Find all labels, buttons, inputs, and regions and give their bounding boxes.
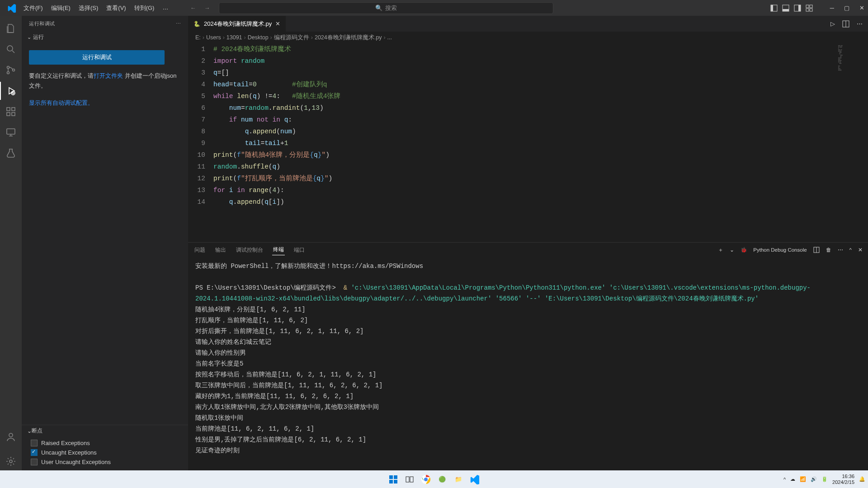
breakpoints-section[interactable]: ⌄ 断点	[22, 425, 188, 436]
close-panel-icon[interactable]: ✕	[858, 247, 863, 253]
tray-expand-icon[interactable]: ^	[783, 477, 786, 482]
file-explorer-icon[interactable]: 📁	[452, 473, 465, 486]
toggle-primary-sidebar-icon[interactable]	[770, 5, 778, 12]
start-menu-icon[interactable]	[387, 473, 400, 486]
sidebar-run-debug: 运行和调试 ⋯ ⌄ 运行 运行和调试 要自定义运行和调试，请打开文件夹 并创建一…	[22, 16, 188, 470]
terminal-content[interactable]: 安装最新的 PowerShell，了解新功能和改进！https://aka.ms…	[188, 257, 868, 470]
task-view-icon[interactable]	[403, 473, 416, 486]
tray-clock[interactable]: 16:362024/2/15	[832, 474, 854, 485]
panel-more-icon[interactable]: ⋯	[838, 247, 843, 253]
nav-back-icon[interactable]: ←	[190, 5, 196, 11]
breadcrumb-segment[interactable]: E:	[195, 34, 201, 41]
svg-rect-19	[12, 108, 15, 111]
search-activity-icon[interactable]	[0, 40, 22, 58]
breadcrumb-segment[interactable]: 编程源码文件	[274, 34, 309, 42]
svg-rect-31	[406, 477, 409, 482]
window-maximize-icon[interactable]: ▢	[844, 5, 849, 11]
breakpoint-label: Uncaught Exceptions	[41, 449, 97, 456]
customize-layout-icon[interactable]	[806, 5, 813, 12]
tray-battery-icon[interactable]: 🔋	[821, 476, 828, 482]
remote-explorer-icon[interactable]	[0, 123, 22, 141]
checkbox[interactable]	[31, 449, 38, 456]
tray-notifications-icon[interactable]: 🔔	[859, 476, 865, 482]
split-editor-icon[interactable]	[842, 20, 849, 28]
terminal-profile-label[interactable]: Python Debug Console	[753, 247, 807, 253]
toggle-secondary-sidebar-icon[interactable]	[794, 5, 801, 12]
accounts-icon[interactable]	[0, 428, 22, 446]
minimap[interactable]: ████ █████ █████████ ████████ ████ ██ ██…	[836, 43, 868, 242]
breakpoint-item[interactable]: Uncaught Exceptions	[31, 448, 183, 457]
search-icon: 🔍	[375, 5, 382, 11]
chevron-down-icon: ⌄	[27, 428, 32, 434]
panel-tab-problems[interactable]: 问题	[193, 245, 206, 255]
menu-file[interactable]: 文件(F)	[20, 2, 47, 14]
tray-onedrive-icon[interactable]: ☁	[790, 476, 795, 482]
settings-gear-icon[interactable]	[0, 452, 22, 470]
svg-rect-5	[798, 5, 801, 11]
svg-point-22	[9, 460, 12, 463]
breakpoint-label: User Uncaught Exceptions	[41, 459, 111, 465]
panel-tab-debug-console[interactable]: 调试控制台	[235, 245, 264, 255]
maximize-panel-icon[interactable]: ^	[849, 247, 852, 253]
editor-tab[interactable]: 🐍 2024春晚刘谦纸牌魔术.py ✕	[188, 16, 286, 32]
debug-icon: 🐞	[741, 247, 747, 253]
source-control-icon[interactable]	[0, 61, 22, 79]
toggle-panel-icon[interactable]	[782, 5, 789, 12]
testing-icon[interactable]	[0, 144, 22, 162]
menu-more[interactable]: …	[159, 2, 172, 14]
panel-tab-output[interactable]: 输出	[214, 245, 227, 255]
main-menu: 文件(F) 编辑(E) 选择(S) 查看(V) 转到(G) …	[20, 2, 172, 14]
show-all-configs-link[interactable]: 显示所有自动调试配置。	[29, 99, 94, 106]
panel-tab-terminal[interactable]: 终端	[272, 244, 285, 255]
menu-select[interactable]: 选择(S)	[75, 2, 102, 14]
editor-area: 🐍 2024春晚刘谦纸牌魔术.py ✕ ▷ ⋯ E: › Users › 130…	[188, 16, 868, 470]
checkbox[interactable]	[31, 459, 38, 465]
activity-bar	[0, 16, 22, 470]
window-minimize-icon[interactable]: ─	[830, 5, 834, 11]
svg-rect-29	[389, 480, 393, 483]
chrome-icon[interactable]	[420, 473, 432, 486]
breakpoint-item[interactable]: User Uncaught Exceptions	[31, 457, 183, 467]
breadcrumb-segment[interactable]: Desktop	[248, 34, 269, 41]
panel-tab-ports[interactable]: 端口	[293, 245, 306, 255]
checkbox[interactable]	[31, 440, 38, 446]
svg-rect-16	[7, 108, 10, 111]
explorer-icon[interactable]	[0, 19, 22, 38]
vscode-logo-icon	[7, 4, 16, 13]
editor-more-icon[interactable]: ⋯	[857, 20, 863, 28]
extensions-icon[interactable]	[0, 103, 22, 121]
close-tab-icon[interactable]: ✕	[275, 20, 280, 27]
menu-goto[interactable]: 转到(G)	[131, 2, 158, 14]
menu-edit[interactable]: 编辑(E)	[47, 2, 74, 14]
sidebar-more-icon[interactable]: ⋯	[176, 21, 181, 27]
bottom-panel: 问题 输出 调试控制台 终端 端口 ＋ ⌄ 🐞 Python Debug Con…	[188, 242, 868, 470]
breadcrumb-segment[interactable]: Users	[206, 34, 221, 41]
breadcrumb-segment[interactable]: 13091	[226, 34, 242, 41]
search-placeholder: 搜索	[385, 4, 397, 12]
run-and-debug-button[interactable]: 运行和调试	[29, 50, 165, 65]
tray-volume-icon[interactable]: 🔊	[811, 476, 817, 482]
menu-view[interactable]: 查看(V)	[103, 2, 129, 14]
breakpoint-item[interactable]: Raised Exceptions	[31, 438, 183, 448]
kill-terminal-icon[interactable]: 🗑	[826, 247, 831, 253]
split-terminal-icon[interactable]	[813, 247, 820, 253]
breadcrumb[interactable]: E: › Users › 13091 › Desktop › 编程源码文件 › …	[188, 32, 868, 43]
sidebar-section-run[interactable]: ⌄ 运行	[22, 32, 188, 43]
breadcrumb-segment[interactable]: ...	[387, 34, 392, 41]
run-file-icon[interactable]: ▷	[830, 20, 835, 28]
open-folder-link[interactable]: 打开文件夹	[94, 72, 123, 79]
vscode-taskbar-icon[interactable]	[468, 473, 481, 486]
code-editor[interactable]: 1234567891011121314 # 2024春晚刘谦纸牌魔术import…	[188, 43, 868, 242]
svg-point-34	[424, 478, 428, 481]
svg-point-10	[7, 46, 13, 51]
run-debug-icon[interactable]	[0, 82, 22, 100]
tray-wifi-icon[interactable]: 📶	[800, 476, 806, 482]
window-close-icon[interactable]: ✕	[859, 5, 864, 11]
sidebar-hint: 要自定义运行和调试，请打开文件夹 并创建一个启动json 文件。	[29, 71, 181, 91]
nav-forward-icon[interactable]: →	[204, 5, 210, 11]
breadcrumb-segment[interactable]: 2024春晚刘谦纸牌魔术.py	[315, 34, 382, 42]
terminal-dropdown-icon[interactable]: ⌄	[730, 247, 734, 253]
app-icon[interactable]: 🟢	[436, 473, 448, 486]
command-center-search[interactable]: 🔍 搜索	[219, 2, 553, 14]
new-terminal-icon[interactable]: ＋	[718, 247, 723, 253]
